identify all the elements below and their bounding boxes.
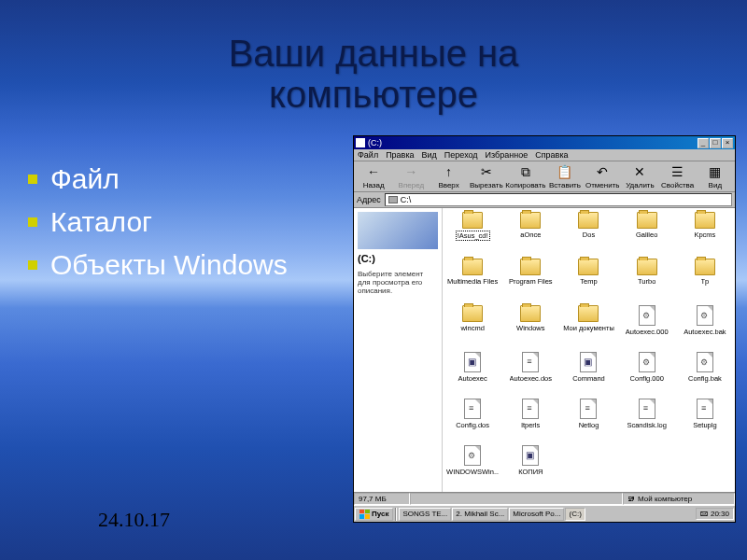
folder-item[interactable]: Dos xyxy=(560,212,616,257)
address-value: C:\ xyxy=(401,195,412,204)
titlebar[interactable]: (C:) _ □ × xyxy=(354,136,735,149)
taskbar-button[interactable]: SONGS TE... xyxy=(399,508,451,521)
drive-icon xyxy=(356,138,365,147)
bullet-text: Файл xyxy=(50,163,120,195)
separator xyxy=(395,508,397,521)
file-icon xyxy=(639,399,655,419)
pane-graphic xyxy=(358,212,438,249)
address-label: Адрес xyxy=(357,195,381,204)
file-icon xyxy=(522,445,539,466)
bullet-item: Объекты Windows xyxy=(28,249,288,281)
toolbar-вверх[interactable]: ↑Вверх xyxy=(430,163,466,189)
file-item[interactable]: КОПИЯ xyxy=(502,445,558,490)
file-icon xyxy=(697,399,713,419)
file-item[interactable]: Scandisk.log xyxy=(619,399,675,443)
file-item[interactable]: Netlog xyxy=(560,399,616,443)
taskbar-button[interactable]: (C:) xyxy=(565,508,585,521)
bullet-text: Каталог xyxy=(50,206,152,238)
minimize-button[interactable]: _ xyxy=(698,138,709,148)
file-label: Dos xyxy=(583,231,595,239)
file-icon xyxy=(464,352,481,372)
taskbar-button[interactable]: Microsoft Po... xyxy=(509,508,564,521)
folder-icon xyxy=(520,305,541,322)
folder-item[interactable]: Multimedia Files xyxy=(444,259,500,303)
toolbar-назад[interactable]: ←Назад xyxy=(356,163,391,189)
bullet-icon xyxy=(28,260,37,270)
file-item[interactable]: Config.bak xyxy=(677,352,733,397)
file-label: wincmd xyxy=(460,324,484,332)
file-item[interactable]: Autoexec.bak xyxy=(677,305,733,350)
explorer-window: (C:) _ □ × Файл Правка Вид Переход Избра… xyxy=(353,135,736,523)
taskbar-button[interactable]: 2. Mikhail Sc... xyxy=(452,508,508,521)
folder-item[interactable]: Windows xyxy=(502,305,558,350)
toolbar-вырезать[interactable]: ✂Вырезать xyxy=(469,163,504,189)
window-title: (C:) xyxy=(368,138,698,147)
file-label: Autoexec xyxy=(458,374,486,383)
folder-icon xyxy=(695,212,715,229)
toolbar-icon: ✂ xyxy=(478,163,495,180)
toolbar: ←Назад→Вперед↑Вверх✂Вырезать⧉Копировать📋… xyxy=(354,161,735,192)
file-label: Turbo xyxy=(638,277,655,286)
toolbar-вставить[interactable]: 📋Вставить xyxy=(547,163,583,189)
folder-item[interactable]: Program Files xyxy=(502,259,558,303)
folder-icon xyxy=(462,305,483,322)
file-item[interactable]: Autoexec.dos xyxy=(502,352,558,397)
toolbar-отменить[interactable]: ↶Отменить xyxy=(585,163,620,189)
address-field[interactable]: C:\ xyxy=(385,193,732,206)
folder-icon xyxy=(462,259,483,275)
folder-item[interactable]: Мои документы xyxy=(560,305,616,350)
drive-icon xyxy=(388,196,398,203)
folder-icon xyxy=(637,212,657,229)
file-item[interactable]: WINDOWSWin... xyxy=(444,445,500,490)
file-item[interactable]: Autoexec.000 xyxy=(619,305,675,350)
toolbar-свойства[interactable]: ☰Свойства xyxy=(660,163,696,189)
file-icon xyxy=(522,352,539,372)
folder-item[interactable]: Temp xyxy=(560,259,616,303)
toolbar-удалить[interactable]: ✕Удалить xyxy=(622,163,657,189)
folder-icon xyxy=(578,305,599,322)
file-label: Autoexec.dos xyxy=(510,374,552,383)
file-label: КОПИЯ xyxy=(518,468,543,476)
system-tray[interactable]: 🖂 20:30 xyxy=(696,508,734,520)
folder-icon xyxy=(578,259,599,275)
menu-edit[interactable]: Правка xyxy=(386,150,414,160)
pane-desc: Выберите элемент для просмотра его описа… xyxy=(358,270,438,295)
folder-item[interactable]: wincmd xyxy=(444,305,500,350)
file-grid[interactable]: !Asus_cd!aOnceDosGalileoKpcmsMultimedia … xyxy=(443,208,735,492)
file-item[interactable]: Config.000 xyxy=(619,352,675,397)
file-icon xyxy=(580,399,597,419)
file-label: ltperls xyxy=(521,421,540,429)
file-label: Kpcms xyxy=(694,231,715,239)
file-item[interactable]: Autoexec xyxy=(444,352,500,397)
file-label: Windows xyxy=(516,324,544,332)
menu-help[interactable]: Справка xyxy=(535,150,568,160)
file-item[interactable]: Setuplg xyxy=(677,399,733,443)
toolbar-копировать[interactable]: ⧉Копировать xyxy=(506,163,545,189)
folder-item[interactable]: aOnce xyxy=(502,212,558,257)
menu-favorites[interactable]: Избранное xyxy=(486,150,529,160)
file-item[interactable]: ltperls xyxy=(502,399,558,443)
file-label: Мои документы xyxy=(563,324,614,332)
folder-item[interactable]: !Asus_cd! xyxy=(444,212,500,257)
toolbar-вид[interactable]: ▦Вид xyxy=(698,163,733,189)
menubar: Файл Правка Вид Переход Избранное Справк… xyxy=(354,149,735,161)
file-label: Config.bak xyxy=(688,374,722,383)
bullet-icon xyxy=(28,217,37,227)
menu-file[interactable]: Файл xyxy=(358,150,378,160)
folder-item[interactable]: Tp xyxy=(677,259,733,303)
file-item[interactable]: Command xyxy=(560,352,616,397)
close-button[interactable]: × xyxy=(722,138,733,148)
maximize-button[interactable]: □ xyxy=(710,138,721,148)
file-item[interactable]: Config.dos xyxy=(444,399,500,443)
folder-item[interactable]: Turbo xyxy=(619,259,675,303)
file-label: Config.000 xyxy=(630,374,664,383)
start-button[interactable]: Пуск xyxy=(355,508,393,521)
folder-item[interactable]: Kpcms xyxy=(677,212,733,257)
folder-item[interactable]: Galileo xyxy=(619,212,675,257)
file-label: Autoexec.000 xyxy=(626,328,669,336)
bullet-text: Объекты Windows xyxy=(50,249,288,281)
tray-icon[interactable]: 🖂 xyxy=(700,510,708,518)
menu-view[interactable]: Вид xyxy=(422,150,437,160)
menu-go[interactable]: Переход xyxy=(444,150,478,160)
slide-title: Ваши данные на компьютере xyxy=(0,0,747,115)
